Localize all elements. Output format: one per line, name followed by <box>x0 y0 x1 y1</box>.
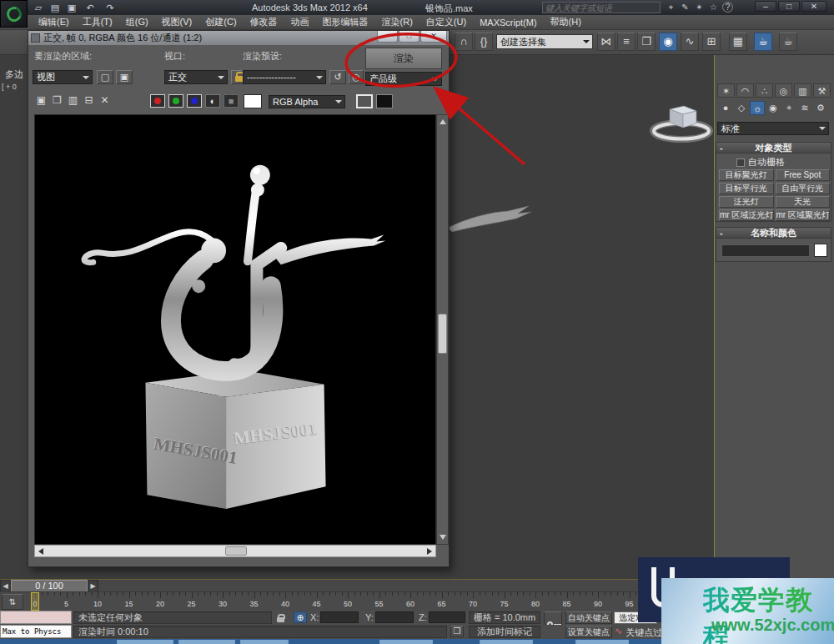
object-type-button[interactable]: Free Spot <box>776 169 831 181</box>
print-image-icon[interactable]: ⊟ <box>82 94 96 108</box>
category-lights-icon[interactable]: ☼ <box>750 101 765 115</box>
region-dropdown[interactable]: 视图 <box>33 70 93 84</box>
render-production-icon[interactable]: ☕ <box>779 33 797 51</box>
rfw-minimize-button[interactable]: – <box>377 31 398 43</box>
material-editor-icon[interactable]: ◉ <box>659 33 677 51</box>
tab-motion[interactable]: ◎ <box>775 83 792 98</box>
save-image-icon[interactable]: ▣ <box>34 94 48 108</box>
taskbar-button[interactable] <box>240 640 289 644</box>
maxscript-mini-listener[interactable]: Max to Physcs ( <box>0 625 72 638</box>
x-coordinate-field[interactable] <box>320 611 359 623</box>
rfw-close-button[interactable]: ✕ <box>420 31 447 43</box>
rfw-maximize-button[interactable]: □ <box>399 31 420 43</box>
vertical-scroll-thumb[interactable] <box>438 314 447 354</box>
category-spacewarps-icon[interactable]: ≋ <box>797 101 812 115</box>
maximize-button[interactable]: □ <box>778 1 800 12</box>
copy-image-icon[interactable]: ❐ <box>50 94 64 108</box>
app-logo[interactable] <box>0 0 28 28</box>
alpha-channel-icon[interactable]: ◐ <box>205 94 220 108</box>
taskbar-button[interactable] <box>480 640 533 644</box>
name-color-header[interactable]: - 名称和颜色 <box>716 228 831 239</box>
schematic-view-icon[interactable]: ⊞ <box>702 33 721 51</box>
next-frame-icon[interactable]: ▶ <box>88 580 98 592</box>
tab-modify[interactable]: ◠ <box>736 83 754 98</box>
horizontal-scrollbar[interactable] <box>34 545 436 557</box>
menu-item[interactable]: 渲染(R) <box>375 16 420 28</box>
render-mode-dropdown[interactable]: 产品级 <box>365 72 442 86</box>
preset-load-icon[interactable]: ↺ <box>329 70 346 84</box>
object-type-header[interactable]: - 对象类型 <box>716 143 831 153</box>
object-type-button[interactable]: mr 区域聚光灯 <box>776 209 831 221</box>
category-helpers-icon[interactable]: ⌖ <box>781 101 796 115</box>
blue-channel-icon[interactable] <box>187 94 202 108</box>
minimize-button[interactable]: – <box>755 1 776 12</box>
taskbar-button[interactable] <box>379 640 433 644</box>
y-coordinate-field[interactable] <box>375 611 414 623</box>
menu-item[interactable]: 自定义(U) <box>420 16 473 28</box>
category-cameras-icon[interactable]: ◉ <box>766 101 781 115</box>
viewport-corner-label[interactable]: [ + 0 <box>2 83 17 91</box>
menu-item[interactable]: 组(G) <box>119 16 155 28</box>
selection-lock-toggle-icon[interactable] <box>277 614 284 624</box>
menu-item[interactable]: 动画 <box>284 16 316 28</box>
clone-window-icon[interactable]: ▥ <box>66 94 80 108</box>
scroll-down-icon[interactable] <box>440 535 446 540</box>
autogrid-row[interactable]: 自动栅格 <box>736 156 785 169</box>
object-type-button[interactable]: 自由平行光 <box>776 183 831 194</box>
tab-create[interactable]: ✶ <box>717 83 735 98</box>
object-type-button[interactable]: 泛光灯 <box>719 196 774 208</box>
transform-center-icon[interactable]: ⊕ <box>294 611 307 623</box>
taskbar-button[interactable] <box>575 640 629 644</box>
selection-lock-icon[interactable]: ∩ <box>455 33 473 51</box>
undo-icon[interactable]: ↶ <box>83 2 97 13</box>
open-file-icon[interactable]: ▤ <box>48 2 62 13</box>
search-input[interactable] <box>542 2 661 13</box>
category-systems-icon[interactable]: ⚙ <box>813 101 828 115</box>
horizontal-scroll-thumb[interactable] <box>225 546 247 556</box>
menu-item[interactable]: 视图(V) <box>155 16 199 28</box>
align-icon[interactable]: ≡ <box>617 33 636 51</box>
new-file-icon[interactable]: ▱ <box>32 2 45 13</box>
edit-region-icon[interactable]: ▢ <box>97 70 113 84</box>
save-file-icon[interactable]: ▣ <box>65 2 78 13</box>
add-time-tag[interactable]: 添加时间标记 <box>469 626 540 638</box>
toggle-ui-icon[interactable] <box>376 94 393 108</box>
toggle-ui-overlays-icon[interactable] <box>356 94 373 108</box>
category-shapes-icon[interactable]: ◇ <box>734 101 749 115</box>
background-color-swatch[interactable] <box>244 94 262 108</box>
object-name-input[interactable] <box>721 244 810 257</box>
menu-item[interactable]: MAXScript(M) <box>473 18 543 28</box>
object-type-button[interactable]: 目标聚光灯 <box>719 169 774 181</box>
preset-dropdown[interactable]: ---------------- <box>243 70 326 84</box>
search-icon[interactable]: ⌖ <box>665 2 677 13</box>
red-channel-icon[interactable] <box>150 94 165 108</box>
object-color-swatch[interactable] <box>814 244 827 257</box>
menu-item[interactable]: 工具(T) <box>76 16 119 28</box>
render-window-titlebar[interactable]: 正交, 帧 0, RGBA 颜色 16 位/通道 (1:2) – □ ✕ <box>28 31 449 45</box>
tab-hierarchy[interactable]: ∴ <box>756 83 773 98</box>
object-type-button[interactable]: mr 区域泛光灯 <box>719 209 774 221</box>
set-key-button[interactable]: 设置关键点 <box>565 626 612 638</box>
monochrome-icon[interactable]: ■ <box>224 94 239 108</box>
curve-editor-icon[interactable]: ∿ <box>681 33 699 51</box>
scroll-right-icon[interactable] <box>427 548 432 555</box>
menu-item[interactable]: 修改器 <box>244 16 284 28</box>
channel-display-dropdown[interactable]: RGB Alpha <box>269 95 345 108</box>
redo-icon[interactable]: ↷ <box>103 2 117 13</box>
key-filters-button[interactable]: 关键点过 <box>626 626 662 639</box>
object-type-button[interactable]: 目标平行光 <box>719 183 774 194</box>
green-channel-icon[interactable] <box>168 94 183 108</box>
viewport-dropdown[interactable]: 正交 <box>164 70 228 84</box>
taskbar-button[interactable] <box>178 640 235 644</box>
help-icon[interactable]: ? <box>722 2 733 13</box>
mini-curve-editor-icon[interactable]: ⇅ <box>2 594 23 610</box>
autogrid-checkbox[interactable] <box>736 158 745 167</box>
viewcube[interactable] <box>647 98 716 145</box>
light-category-dropdown[interactable]: 标准 <box>717 122 829 135</box>
time-slider[interactable]: 0 / 100 <box>11 580 88 592</box>
scroll-up-icon[interactable] <box>440 119 446 124</box>
menu-item[interactable]: 图形编辑器 <box>316 16 375 28</box>
preset-target-icon[interactable]: ◎ <box>349 70 364 84</box>
current-frame-marker[interactable] <box>31 592 39 611</box>
render-setup-icon[interactable]: ▦ <box>729 33 747 51</box>
